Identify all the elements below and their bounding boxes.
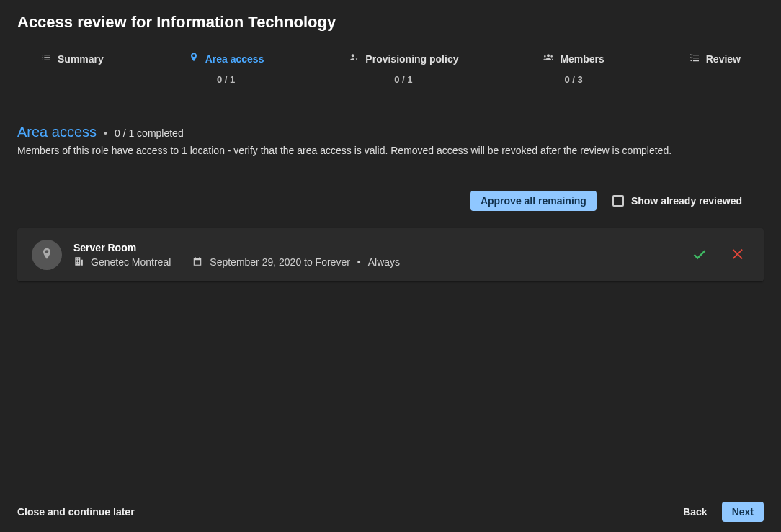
step-label: Members [560,53,604,65]
step-progress: 0 / 1 [394,74,412,85]
item-name: Server Room [73,242,689,253]
location-avatar [32,240,62,270]
step-divider [114,60,178,60]
checklist-icon [689,52,700,66]
step-members[interactable]: Members 0 / 3 [543,52,604,85]
item-schedule: Always [368,256,400,268]
step-progress: 0 / 3 [564,74,582,85]
item-timeframe: September 29, 2020 to Forever [210,256,350,268]
section-counter: 0 / 1 completed [115,127,184,139]
section-title: Area access [17,124,97,140]
next-button[interactable]: Next [722,502,764,522]
step-area-access[interactable]: Area access 0 / 1 [188,52,264,85]
calendar-icon [192,256,202,269]
close-continue-later-link[interactable]: Close and continue later [17,506,135,518]
checkbox-box-icon [612,195,624,207]
check-icon [692,253,708,264]
show-reviewed-checkbox[interactable]: Show already reviewed [612,195,742,207]
pin-icon [40,247,54,263]
step-label: Area access [205,53,264,65]
approve-all-button[interactable]: Approve all remaining [470,191,597,211]
stepper: Summary Area access 0 / 1 Provisioning p… [17,52,764,85]
back-button[interactable]: Back [683,506,707,518]
building-icon [73,256,84,269]
reject-button[interactable] [728,243,749,267]
users-icon [543,52,554,66]
step-provisioning[interactable]: Provisioning policy 0 / 1 [348,52,458,85]
section-description: Members of this role have access to 1 lo… [17,145,764,156]
page-title: Access review for Information Technology [17,13,764,32]
step-label: Summary [58,53,104,65]
list-icon [40,52,52,66]
approve-button[interactable] [689,243,710,267]
step-divider [274,60,338,60]
step-review[interactable]: Review [689,52,741,66]
item-location: Genetec Montreal [91,256,171,268]
separator-dot: • [104,127,107,139]
checkbox-label: Show already reviewed [631,195,742,207]
users-gear-icon [348,52,360,66]
step-label: Review [706,53,741,65]
step-summary[interactable]: Summary [40,52,104,66]
step-progress: 0 / 1 [217,74,235,85]
separator-dot: • [357,256,361,268]
section-header: Area access • 0 / 1 completed Members of… [17,124,764,156]
close-icon [731,253,746,264]
access-item-card: Server Room Genetec Montreal September 2… [17,228,764,281]
step-divider [468,60,532,60]
pin-icon [188,52,200,66]
step-label: Provisioning policy [365,53,458,65]
step-divider [615,60,679,60]
